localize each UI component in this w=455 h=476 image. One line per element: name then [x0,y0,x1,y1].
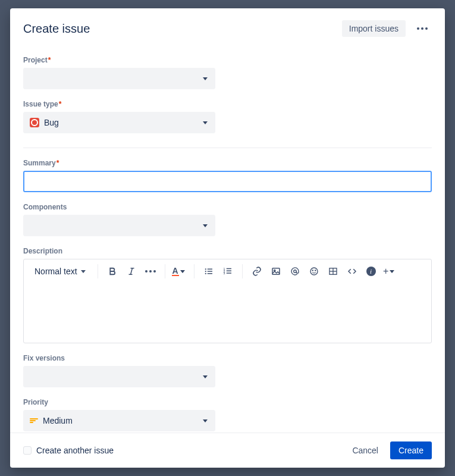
text-color-icon: A [172,267,179,276]
description-editor: Normal text A 123 [23,259,432,343]
chevron-down-icon [390,270,394,273]
text-style-select[interactable]: Normal text [31,264,92,278]
footer-actions: Cancel Create [346,441,432,459]
chevron-down-icon [180,270,185,273]
bold-button[interactable] [104,263,121,280]
svg-rect-8 [207,273,212,274]
svg-point-20 [315,270,315,271]
svg-rect-4 [207,269,212,270]
components-select[interactable] [23,215,215,236]
project-label-text: Project [23,56,48,64]
modal-header: Create issue Import issues [10,8,445,45]
priority-field: Priority Medium [23,398,432,431]
create-issue-modal: Create issue Import issues Project* Issu… [10,8,445,468]
priority-value-text: Medium [43,416,73,425]
image-button[interactable] [268,263,284,280]
more-formatting-button[interactable] [142,263,159,280]
chevron-down-icon [203,419,208,422]
toolbar-separator [165,264,165,278]
components-label: Components [23,203,432,211]
modal-footer: Create another issue Cancel Create [10,433,445,468]
project-select[interactable] [23,68,215,89]
project-field: Project* [23,56,432,89]
toolbar-separator [98,264,98,278]
code-button[interactable] [344,263,360,280]
svg-rect-14 [226,273,231,274]
link-button[interactable] [249,263,265,280]
svg-point-3 [205,268,206,270]
mention-button[interactable] [287,263,303,280]
cancel-button[interactable]: Cancel [346,441,384,459]
summary-field: Summary* [23,159,432,192]
info-button[interactable]: i [363,263,379,280]
priority-select-value: Medium [30,416,203,425]
editor-toolbar: Normal text A 123 [24,259,431,283]
more-icon [417,27,428,30]
toolbar-separator [242,264,243,278]
priority-select[interactable]: Medium [23,410,215,431]
issue-type-value-text: Bug [44,118,59,127]
required-asterisk: * [59,100,62,108]
import-issues-button[interactable]: Import issues [342,20,406,37]
description-field: Description Normal text A [23,247,432,343]
chevron-down-icon [203,375,208,378]
fix-versions-label: Fix versions [23,354,432,362]
issue-type-label: Issue type* [23,100,432,108]
modal-title: Create issue [23,22,342,36]
svg-point-5 [205,271,206,272]
more-actions-button[interactable] [413,19,432,38]
components-field: Components [23,203,432,236]
fix-versions-field: Fix versions [23,354,432,387]
modal-body[interactable]: Project* Issue type* Bug Summary* [10,45,445,433]
svg-point-18 [310,268,318,275]
numbered-list-button[interactable]: 123 [219,263,236,280]
toolbar-separator [194,264,194,278]
priority-label: Priority [23,398,432,406]
svg-point-7 [205,273,206,274]
chevron-down-icon [81,270,86,273]
svg-rect-6 [207,271,212,272]
summary-input[interactable] [23,171,432,192]
issue-type-select[interactable]: Bug [23,112,215,133]
chevron-down-icon [203,224,208,227]
description-label: Description [23,247,432,255]
issue-type-label-text: Issue type [23,100,58,108]
create-another-checkbox[interactable] [23,446,32,455]
emoji-button[interactable] [306,263,322,280]
summary-label: Summary* [23,159,432,167]
text-style-value: Normal text [34,267,77,276]
svg-rect-15 [272,268,280,275]
svg-text:3: 3 [223,271,225,275]
svg-line-0 [130,268,132,275]
plus-icon: + [383,266,388,277]
issue-type-field: Issue type* Bug [23,100,432,133]
svg-rect-10 [226,268,231,270]
chevron-down-icon [203,77,208,80]
italic-button[interactable] [123,263,140,280]
create-another-row: Create another issue [23,446,346,455]
chevron-down-icon [203,121,208,124]
summary-label-text: Summary [23,159,56,167]
svg-point-19 [312,270,313,271]
insert-more-button[interactable]: + [382,263,398,280]
table-button[interactable] [325,263,341,280]
description-textarea[interactable] [24,283,431,343]
required-asterisk: * [48,56,51,64]
fix-versions-select[interactable] [23,366,215,387]
project-label: Project* [23,56,432,64]
create-button[interactable]: Create [390,441,432,459]
required-asterisk: * [57,159,59,167]
issue-type-select-value: Bug [30,118,203,127]
bug-icon [30,118,39,127]
info-icon: i [366,267,376,276]
create-another-label: Create another issue [36,446,114,455]
bullet-list-button[interactable] [200,263,217,280]
svg-rect-12 [226,271,231,272]
priority-medium-icon [30,418,38,423]
text-color-button[interactable]: A [171,263,188,280]
section-divider [23,148,432,148]
